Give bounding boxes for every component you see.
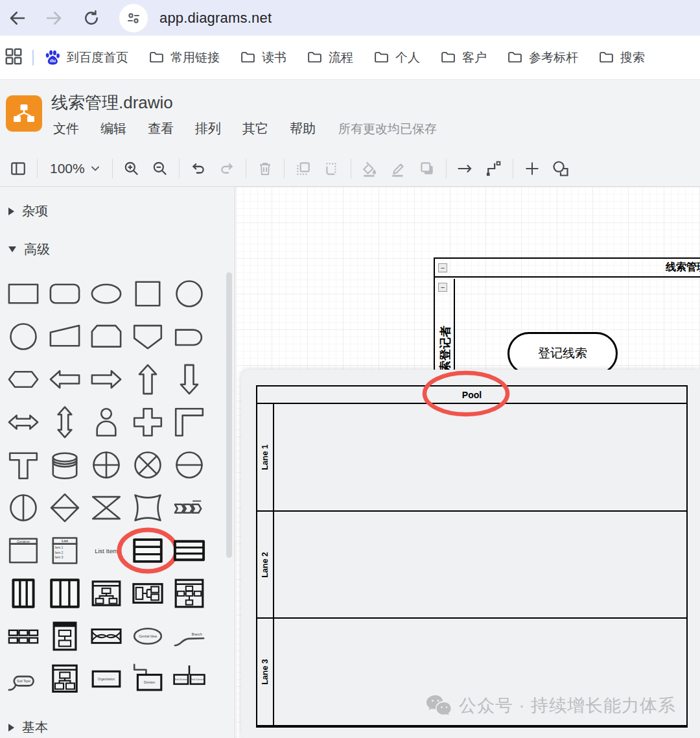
palette-shape-central-idea[interactable]: Central Idea	[127, 615, 169, 658]
palette-shape-htree[interactable]	[127, 572, 169, 615]
palette-shape-vlanes-wide[interactable]	[44, 572, 86, 615]
to-back-button[interactable]	[318, 156, 346, 182]
collapse-button[interactable]: −	[438, 263, 447, 272]
palette-shape-chevron-strip[interactable]	[169, 486, 210, 529]
palette-shape-text[interactable]: List Item	[86, 529, 127, 572]
palette-section-advanced[interactable]: 高级	[0, 241, 235, 258]
menu-item[interactable]: 编辑	[100, 120, 126, 137]
overlay-pool[interactable]: Pool Lane 1 Lane 2 Lane 3	[256, 385, 688, 728]
to-front-button[interactable]	[289, 156, 318, 182]
palette-shape-circle[interactable]	[169, 272, 210, 315]
bookmark-item[interactable]: 参考标杆	[507, 49, 578, 66]
palette-shape-circle-v[interactable]	[3, 486, 44, 529]
zoom-in-button[interactable]	[117, 156, 146, 182]
overlay-lane[interactable]: Lane 1	[257, 404, 686, 512]
palette-shape-window-org[interactable]	[44, 658, 86, 700]
shadow-button[interactable]	[413, 156, 441, 182]
palette-section-misc[interactable]: 杂项	[0, 202, 235, 220]
palette-shape-braid[interactable]	[86, 615, 127, 658]
zoom-out-button[interactable]	[146, 156, 174, 182]
palette-scrollbar[interactable]	[226, 272, 232, 558]
palette-shape-circle[interactable]	[3, 315, 44, 358]
bookmark-item[interactable]: 个人	[373, 49, 420, 66]
forward-button[interactable]	[43, 7, 65, 29]
document-title[interactable]: 线索管理.drawio	[51, 91, 173, 114]
palette-shape-arrow-up[interactable]	[127, 358, 169, 401]
palette-shape-pillow[interactable]	[127, 486, 169, 529]
bookmark-item[interactable]: 读书	[240, 49, 286, 66]
menu-item[interactable]: 查看	[148, 120, 174, 137]
reload-button[interactable]	[80, 7, 102, 29]
bookmark-item[interactable]: 搜索	[598, 49, 645, 66]
palette-shape-ramp[interactable]	[44, 315, 86, 358]
bookmark-item[interactable]: 常用链接	[148, 49, 220, 66]
palette-shape-sub-division[interactable]: Sub DivisionSub Division	[169, 658, 210, 700]
palette-shape-branch[interactable]: Branch	[169, 615, 210, 658]
insert-shape-button[interactable]	[546, 156, 575, 182]
connection-button[interactable]	[451, 156, 480, 182]
back-button[interactable]	[6, 7, 29, 29]
palette-shape-corner[interactable]	[169, 401, 210, 444]
palette-shape-arrow-left[interactable]	[44, 358, 86, 401]
palette-shape-cylinder[interactable]	[44, 444, 86, 486]
zoom-dropdown[interactable]: 100%	[42, 161, 108, 176]
palette-shape-org-stack[interactable]	[44, 615, 86, 658]
palette-shape-arrow-ud[interactable]	[44, 401, 86, 444]
palette-shape-tee[interactable]	[3, 444, 44, 486]
line-color-button[interactable]	[384, 156, 413, 182]
palette-shape-organization[interactable]: Organization	[86, 658, 127, 700]
menu-item[interactable]: 排列	[195, 120, 221, 137]
palette-shape-square[interactable]	[127, 272, 169, 315]
palette-shape-division[interactable]: Division	[127, 658, 169, 700]
palette-shape-window-tree[interactable]	[86, 572, 127, 615]
palette-shape-cut-top[interactable]	[86, 315, 127, 358]
diagram-canvas[interactable]: 线索管理 − − 线索登记者 登记线索 Pool Lane 1	[236, 187, 700, 738]
overlay-lane[interactable]: Lane 2	[257, 512, 686, 619]
palette-shape-hflow[interactable]	[3, 615, 44, 658]
task-node[interactable]: 登记线索	[508, 332, 618, 375]
menu-item[interactable]: 帮助	[290, 120, 316, 137]
palette-shape-arrow-down[interactable]	[169, 358, 210, 401]
palette-shape-diamond-h[interactable]	[44, 486, 86, 529]
palette-shape-circle-h[interactable]	[169, 444, 210, 486]
palette-shape-list[interactable]: ListItem 1Item 2Item 3	[44, 529, 86, 572]
palette-shape-hlanes-bold[interactable]	[127, 529, 169, 572]
insert-button[interactable]	[518, 156, 546, 182]
menu-item[interactable]: 文件	[53, 120, 79, 137]
drawio-logo	[6, 95, 42, 132]
palette-shape-shield[interactable]	[127, 315, 169, 358]
menu-item[interactable]: 其它	[242, 120, 268, 137]
waypoints-button[interactable]	[480, 156, 508, 182]
palette-shape-container[interactable]: Container	[3, 529, 44, 572]
bookmark-item[interactable]: du 到百度首页	[44, 49, 128, 66]
apps-grid-icon[interactable]	[4, 47, 23, 69]
palette-shape-circle-x[interactable]	[127, 444, 169, 486]
palette-shape-cross[interactable]	[127, 401, 169, 444]
collapse-button[interactable]: −	[438, 283, 447, 292]
palette-shape-hlanes[interactable]	[169, 529, 210, 572]
folder-icon	[440, 49, 456, 65]
palette-shape-rounded[interactable]	[44, 272, 86, 315]
site-settings-button[interactable]	[119, 4, 148, 32]
bookmark-item[interactable]: 流程	[307, 49, 353, 66]
palette-shape-hourglass[interactable]	[86, 486, 127, 529]
palette-shape-rect[interactable]	[3, 272, 44, 315]
palette-shape-vlanes[interactable]	[3, 572, 44, 615]
bookmark-item[interactable]: 客户	[440, 49, 487, 66]
url-text[interactable]: app.diagrams.net	[159, 10, 272, 27]
palette-shape-actor[interactable]	[86, 401, 127, 444]
palette-shape-cross-tree[interactable]	[169, 572, 210, 615]
palette-shape-arrow-lr[interactable]	[3, 401, 44, 444]
palette-shape-circle-plus[interactable]	[86, 444, 127, 486]
palette-section-basic[interactable]: 基本	[0, 719, 235, 736]
undo-button[interactable]	[184, 156, 213, 182]
redo-button[interactable]	[213, 156, 241, 182]
palette-shape-arrow-right[interactable]	[86, 358, 127, 401]
palette-shape-ellipse[interactable]	[86, 272, 127, 315]
toggle-panel-button[interactable]	[4, 156, 32, 182]
palette-shape-sub-topic[interactable]: Sub Topic	[3, 658, 44, 700]
palette-shape-dshape[interactable]	[169, 315, 210, 358]
palette-shape-hexagon[interactable]	[3, 358, 44, 401]
fill-color-button[interactable]	[356, 156, 384, 182]
delete-button[interactable]	[251, 156, 279, 182]
